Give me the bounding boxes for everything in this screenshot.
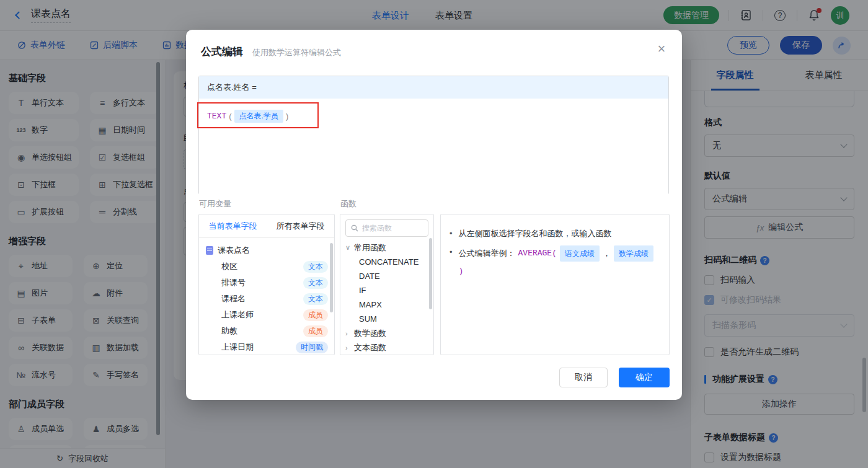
example-chip: 语文成绩 bbox=[560, 245, 600, 262]
example-close-paren: ) bbox=[459, 265, 464, 278]
variables-label: 可用变量 bbox=[199, 198, 231, 210]
function-name: TEXT bbox=[207, 112, 226, 121]
function-group-label: 文本函数 bbox=[354, 342, 386, 353]
formula-editor-modal: 公式编辑 使用数学运算符编辑公式 × 点名表.姓名 = TEXT ( 点名表.学… bbox=[186, 30, 682, 400]
function-search-input[interactable]: 搜索函数 bbox=[345, 219, 428, 237]
variable-field-name: 助教 bbox=[221, 325, 237, 337]
field-chip[interactable]: 点名表.学员 bbox=[234, 110, 283, 123]
example-function: AVERAGE( bbox=[518, 247, 557, 260]
chevron-down-icon: ∨ bbox=[345, 244, 350, 252]
formula-target-text: 点名表.姓名 = bbox=[207, 82, 257, 93]
chevron-right-icon: › bbox=[345, 344, 350, 351]
variables-tabs: 当前表单字段 所有表单字段 bbox=[199, 214, 334, 238]
functions-scrollbar-thumb[interactable] bbox=[429, 238, 432, 309]
function-items: CONCATENATE DATE IF MAPX SUM bbox=[340, 255, 433, 326]
tab-all-form-fields[interactable]: 所有表单字段 bbox=[267, 214, 334, 237]
variable-field-row[interactable]: 校区 文本 bbox=[199, 258, 334, 275]
variable-field-row[interactable]: 助教 成员 bbox=[199, 323, 334, 339]
variable-field-row[interactable]: 课程名 文本 bbox=[199, 291, 334, 307]
chevron-right-icon: › bbox=[345, 330, 350, 337]
formula-target-bar: 点名表.姓名 = bbox=[199, 76, 668, 99]
help-bullet-1: 从左侧面板选择字段名和函数，或输入函数 bbox=[459, 227, 612, 241]
bullet-dot: • bbox=[450, 227, 453, 241]
variable-type-badge: 文本 bbox=[303, 293, 328, 305]
variables-root-node[interactable]: 课表点名 bbox=[199, 242, 334, 258]
function-item[interactable]: DATE bbox=[340, 269, 433, 283]
function-group-closed[interactable]: › 文本函数 bbox=[340, 340, 433, 355]
open-paren: ( bbox=[229, 112, 231, 121]
form-doc-icon bbox=[206, 246, 213, 255]
formula-help-panel: • 从左侧面板选择字段名和函数，或输入函数 • 公式编辑举例： AVERAGE(… bbox=[440, 214, 670, 355]
variable-field-row[interactable]: 上课老师 成员 bbox=[199, 307, 334, 323]
function-item[interactable]: IF bbox=[340, 283, 433, 298]
variable-type-badge: 成员 bbox=[303, 309, 328, 321]
variable-field-row[interactable]: 排课号 文本 bbox=[199, 275, 334, 291]
function-group-common[interactable]: ∨ 常用函数 bbox=[340, 241, 433, 255]
variables-panel: 当前表单字段 所有表单字段 课表点名 校区 文本 排课号 文本 课程名 bbox=[198, 214, 335, 355]
formula-expression: TEXT ( 点名表.学员 ) bbox=[207, 110, 288, 123]
functions-label: 函数 bbox=[340, 198, 356, 210]
help-bullet-2: 公式编辑举例： AVERAGE( 语文成绩 ， 数学成绩 ) bbox=[459, 245, 660, 278]
variable-field-name: 课程名 bbox=[221, 293, 246, 304]
variable-type-badge: 文本 bbox=[303, 277, 328, 289]
variable-field-name: 排课号 bbox=[221, 277, 246, 288]
close-paren: ) bbox=[286, 112, 288, 121]
function-item[interactable]: SUM bbox=[340, 312, 433, 326]
variable-type-badge: 成员 bbox=[303, 325, 328, 337]
confirm-button[interactable]: 确定 bbox=[619, 368, 670, 387]
function-group-label: 数学函数 bbox=[354, 328, 386, 339]
formula-input-area[interactable]: TEXT ( 点名表.学员 ) bbox=[199, 99, 668, 195]
example-prefix: 公式编辑举例： bbox=[459, 247, 515, 260]
variable-field-row[interactable]: 上课日期 时间戳 bbox=[199, 339, 334, 355]
function-group-closed[interactable]: › 数学函数 bbox=[340, 326, 433, 340]
function-group-label: 常用函数 bbox=[354, 242, 386, 254]
tab-current-form-fields[interactable]: 当前表单字段 bbox=[199, 214, 267, 237]
variable-field-name: 上课老师 bbox=[221, 309, 254, 320]
variable-type-badge: 时间戳 bbox=[296, 342, 328, 353]
variables-list: 校区 文本 排课号 文本 课程名 文本 上课老师 成员 bbox=[199, 258, 334, 355]
example-chip: 数学成绩 bbox=[614, 245, 653, 262]
function-item[interactable]: MAPX bbox=[340, 298, 433, 312]
example-comma: ， bbox=[603, 247, 611, 260]
cancel-button[interactable]: 取消 bbox=[559, 368, 608, 387]
variables-scrollbar-thumb[interactable] bbox=[330, 243, 333, 312]
functions-panel: 搜索函数 ∨ 常用函数 CONCATENATE DATE IF MAPX SUM… bbox=[340, 214, 434, 355]
variable-field-name: 上课日期 bbox=[221, 342, 254, 353]
variable-type-badge: 文本 bbox=[303, 261, 328, 273]
close-icon[interactable]: × bbox=[652, 40, 671, 58]
function-item[interactable]: CONCATENATE bbox=[340, 255, 433, 269]
function-search-placeholder: 搜索函数 bbox=[362, 223, 392, 234]
bullet-dot: • bbox=[450, 245, 453, 259]
search-icon bbox=[351, 224, 358, 232]
variable-field-name: 校区 bbox=[221, 261, 237, 272]
function-groups-closed: › 数学函数 › 文本函数 bbox=[340, 326, 433, 355]
variables-root-label: 课表点名 bbox=[218, 245, 250, 256]
modal-title: 公式编辑 bbox=[201, 45, 243, 59]
formula-editor-box: 点名表.姓名 = TEXT ( 点名表.学员 ) bbox=[198, 76, 669, 195]
modal-subtitle: 使用数学运算符编辑公式 bbox=[252, 47, 341, 58]
